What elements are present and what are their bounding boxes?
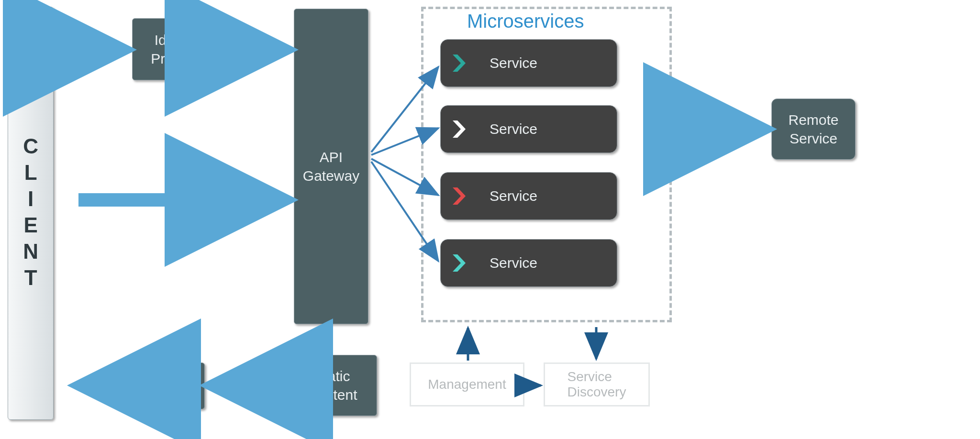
api-gateway-box: API Gateway	[294, 9, 368, 324]
api-gateway-label: API Gateway	[303, 148, 359, 185]
chevron-right-icon	[450, 187, 469, 206]
service-label-4: Service	[490, 255, 537, 271]
service-box-3: Service	[440, 172, 617, 220]
service-label-1: Service	[490, 55, 537, 71]
remote-service-label: Remote Service	[788, 110, 838, 148]
chevron-right-icon	[450, 54, 469, 73]
service-box-1: Service	[440, 39, 617, 87]
remote-service-box: Remote Service	[771, 99, 856, 160]
client-box: CLIENT	[8, 7, 54, 420]
client-label: CLIENT	[17, 134, 44, 292]
service-box-2: Service	[440, 105, 617, 153]
microservices-title-label: Microservices	[467, 11, 584, 32]
static-content-label: Static Content	[307, 367, 357, 404]
identity-provider-box: Identity Provider	[132, 18, 223, 80]
static-content-box: Static Content	[287, 355, 377, 416]
service-label-3: Service	[490, 188, 537, 204]
identity-provider-label: Identity Provider	[151, 31, 204, 68]
management-label: Management	[428, 377, 506, 392]
service-discovery-box: Service Discovery	[544, 362, 650, 406]
chevron-right-icon	[450, 120, 469, 139]
cdn-label: CDN	[156, 377, 188, 395]
service-label-2: Service	[490, 121, 537, 137]
management-box: Management	[410, 362, 524, 406]
chevron-right-icon	[450, 253, 469, 273]
cdn-box: CDN	[139, 362, 205, 409]
service-box-4: Service	[440, 239, 617, 287]
microservices-title: Microservices	[467, 11, 584, 32]
service-discovery-label: Service Discovery	[568, 369, 626, 400]
